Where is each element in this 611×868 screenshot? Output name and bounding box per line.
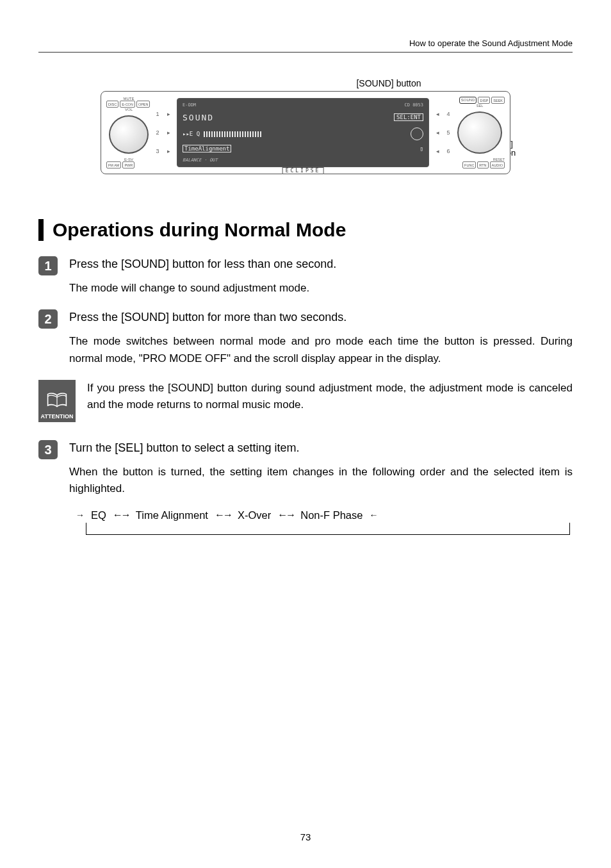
cycle-item-eq: EQ xyxy=(91,509,106,521)
cycle-diagram: → EQ ←→ Time Alignment ←→ X-Over ←→ Non-… xyxy=(69,509,573,535)
balance-label: BALANCE · OUT xyxy=(183,158,218,163)
step-body: Turn the [SEL] button to select a settin… xyxy=(69,440,573,535)
top-right-row: SOUND DISP SEEK xyxy=(455,97,505,104)
sel-knob xyxy=(457,111,502,154)
triangle-right-icon: ▸ xyxy=(164,111,173,117)
eq-label: ▸▸E Q xyxy=(183,131,200,137)
cycle-item-nonf-phase: Non-F Phase xyxy=(300,509,363,521)
page: How to operate the Sound Adjustment Mode… xyxy=(0,0,611,868)
pwr-button: PWR xyxy=(122,161,134,168)
model-label: CD 8053 xyxy=(404,102,423,108)
header-bar: How to operate the Sound Adjustment Mode xyxy=(38,38,573,53)
preset-numbers-left: 1 2 3 xyxy=(151,97,164,168)
step-number-badge: 1 xyxy=(38,256,58,275)
rtn-button: RTN xyxy=(477,161,488,168)
step-heading: Turn the [SEL] button to select a settin… xyxy=(69,441,573,455)
attention-block: ATTENTION If you press the [SOUND] butto… xyxy=(38,380,573,422)
preset-3: 3 xyxy=(151,148,164,154)
bottom-button-row: FM AM PWR xyxy=(106,161,151,168)
double-arrow-icon: ←→ xyxy=(215,509,231,521)
title-accent-bar xyxy=(38,219,44,241)
sel-label: SEL xyxy=(455,104,505,108)
speaker-icon: ▯ xyxy=(420,145,423,152)
wheel-icon xyxy=(411,127,423,140)
car-stereo-faceplate: MUTE DISC E-CON OPEN VOL E-SV FM AM PWR … xyxy=(101,91,510,174)
step-number-badge: 2 xyxy=(38,309,58,329)
disp-button: DISP xyxy=(478,97,490,104)
econ-button: E-CON xyxy=(120,101,135,108)
preset-2: 2 xyxy=(151,129,164,136)
func-button: FUNC xyxy=(462,161,476,168)
preset-4: 4 xyxy=(442,111,455,117)
triangle-right-icon: ▸ xyxy=(164,148,173,154)
top-button-row: DISC E-CON OPEN xyxy=(106,101,151,108)
cycle-item-xover: X-Over xyxy=(238,509,271,521)
double-arrow-icon: ←→ xyxy=(113,509,129,521)
attention-badge: ATTENTION xyxy=(38,380,76,422)
arrow-left-icon: ← xyxy=(369,511,378,520)
preset-6: 6 xyxy=(442,148,455,154)
audio-button: AUDIO xyxy=(490,161,505,168)
disc-button: DISC xyxy=(106,101,118,108)
book-icon xyxy=(47,391,67,409)
callout-sound-button: [SOUND] button xyxy=(267,78,510,88)
sel-ent-badge: SEL:ENT xyxy=(394,113,423,121)
triangle-left-icon: ◂ xyxy=(433,111,442,117)
open-button: OPEN xyxy=(136,101,151,108)
step-text: When the button is turned, the setting i… xyxy=(69,464,573,498)
cycle-item-time-alignment: Time Alignment xyxy=(136,509,208,521)
step-2: 2 Press the [SOUND] button for more than… xyxy=(38,309,573,367)
step-heading: Press the [SOUND] button for more than t… xyxy=(69,311,573,324)
step-1: 1 Press the [SOUND] button for less than… xyxy=(38,256,573,297)
cycle-return-line xyxy=(86,523,570,535)
sound-button: SOUND xyxy=(459,97,477,104)
fmam-button: FM AM xyxy=(106,161,121,168)
bottom-right-row: FUNC RTN AUDIO xyxy=(455,161,505,168)
triangle-right-icon: ▸ xyxy=(164,129,173,136)
device-diagram: [SOUND] button [SEL] button MUTE DISC E-… xyxy=(101,78,510,174)
section-title-row: Operations during Normal Mode xyxy=(38,219,573,241)
lcd-screen: E-ODM CD 8053 SOUND SEL:ENT ▸▸E Q TimeAl… xyxy=(177,98,429,167)
section-title: Operations during Normal Mode xyxy=(53,219,346,241)
preset-1: 1 xyxy=(151,111,164,117)
page-number: 73 xyxy=(0,831,611,842)
model-label: E-ODM xyxy=(183,102,196,108)
preset-numbers-right: 4 5 6 xyxy=(442,97,455,168)
cycle-items: → EQ ←→ Time Alignment ←→ X-Over ←→ Non-… xyxy=(76,509,573,521)
arrow-right-icon: → xyxy=(76,511,85,520)
triangle-left-icon: ◂ xyxy=(433,129,442,136)
volume-knob xyxy=(109,115,149,154)
screen-eq-row: ▸▸E Q xyxy=(183,131,261,137)
right-button-cluster: SOUND DISP SEEK SEL RESET FUNC RTN AUDIO xyxy=(455,97,505,168)
step-text: The mode will change to sound adjustment… xyxy=(69,280,573,297)
step-heading: Press the [SOUND] button for less than o… xyxy=(69,258,573,271)
step-text: The mode switches between normal mode an… xyxy=(69,333,573,367)
breadcrumb: How to operate the Sound Adjustment Mode xyxy=(409,38,573,48)
arrow-col-left: ▸ ▸ ▸ xyxy=(164,97,173,168)
brand-badge: ECLIPSE xyxy=(282,167,324,174)
screen-title: SOUND xyxy=(183,113,214,122)
attention-text: If you press the [SOUND] button during s… xyxy=(87,380,573,422)
arrow-col-right: ◂ ◂ ◂ xyxy=(433,97,442,168)
seek-button: SEEK xyxy=(491,97,505,104)
time-alignment-label: TimeAlignment xyxy=(183,145,231,152)
step-body: Press the [SOUND] button for more than t… xyxy=(69,309,573,367)
triangle-left-icon: ◂ xyxy=(433,148,442,154)
eq-bars-icon xyxy=(204,131,261,137)
preset-5: 5 xyxy=(442,129,455,136)
step-number-badge: 3 xyxy=(38,440,58,459)
left-button-cluster: MUTE DISC E-CON OPEN VOL E-SV FM AM PWR xyxy=(106,97,151,168)
step-3: 3 Turn the [SEL] button to select a sett… xyxy=(38,440,573,535)
attention-label: ATTENTION xyxy=(41,413,74,420)
step-body: Press the [SOUND] button for less than o… xyxy=(69,256,573,297)
double-arrow-icon: ←→ xyxy=(277,509,294,521)
vol-label: VOL xyxy=(106,108,151,111)
